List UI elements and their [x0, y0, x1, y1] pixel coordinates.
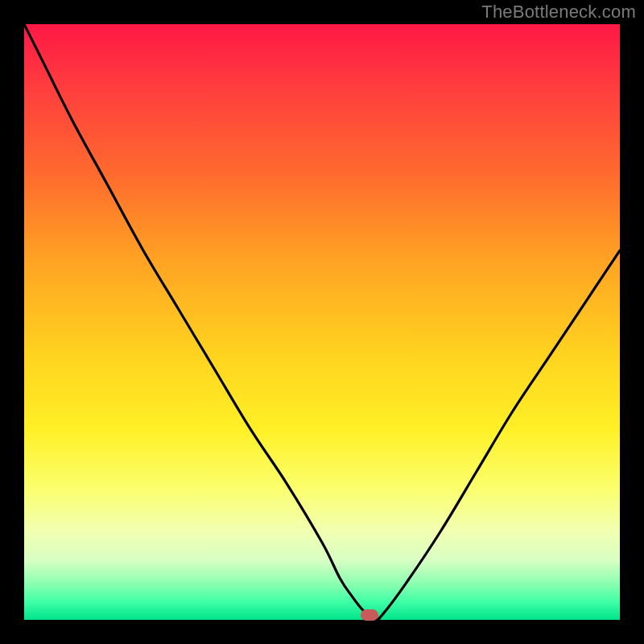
watermark-text: TheBottleneck.com	[481, 2, 636, 23]
chart-frame: TheBottleneck.com	[0, 0, 644, 644]
bottleneck-curve	[24, 24, 620, 620]
plot-area	[24, 24, 620, 620]
optimal-marker	[361, 609, 378, 621]
